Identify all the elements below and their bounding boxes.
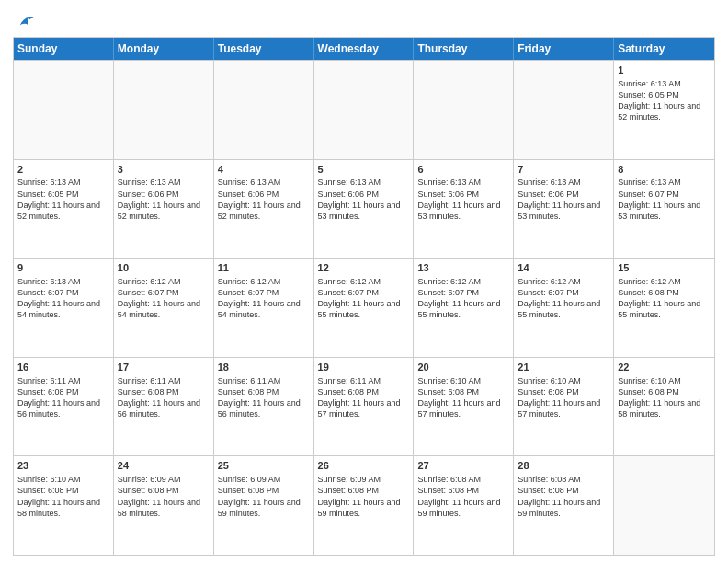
calendar-cell: 5Sunrise: 6:13 AM Sunset: 6:06 PM Daylig… [314, 160, 415, 259]
cell-info: Sunrise: 6:12 AM Sunset: 6:07 PM Dayligh… [218, 276, 310, 321]
calendar-cell: 24Sunrise: 6:09 AM Sunset: 6:08 PM Dayli… [114, 456, 214, 555]
day-number: 8 [618, 163, 711, 177]
calendar-cell: 20Sunrise: 6:10 AM Sunset: 6:08 PM Dayli… [414, 358, 514, 456]
cell-info: Sunrise: 6:10 AM Sunset: 6:08 PM Dayligh… [417, 375, 509, 420]
calendar-body: 1Sunrise: 6:13 AM Sunset: 6:05 PM Daylig… [14, 60, 714, 555]
cell-info: Sunrise: 6:13 AM Sunset: 6:06 PM Dayligh… [318, 177, 410, 222]
day-number: 28 [518, 459, 609, 473]
calendar-cell: 13Sunrise: 6:12 AM Sunset: 6:07 PM Dayli… [414, 259, 514, 357]
calendar-cell [214, 61, 314, 159]
cell-info: Sunrise: 6:12 AM Sunset: 6:08 PM Dayligh… [618, 276, 711, 321]
day-number: 3 [118, 163, 210, 177]
cell-info: Sunrise: 6:11 AM Sunset: 6:08 PM Dayligh… [218, 375, 310, 420]
calendar-cell [614, 456, 714, 555]
calendar-header: SundayMondayTuesdayWednesdayThursdayFrid… [14, 38, 714, 60]
day-number: 6 [417, 163, 509, 177]
calendar-cell: 14Sunrise: 6:12 AM Sunset: 6:07 PM Dayli… [514, 259, 614, 357]
cell-info: Sunrise: 6:13 AM Sunset: 6:06 PM Dayligh… [218, 177, 310, 222]
calendar-cell: 18Sunrise: 6:11 AM Sunset: 6:08 PM Dayli… [214, 358, 314, 456]
day-number: 12 [318, 261, 410, 275]
cell-info: Sunrise: 6:13 AM Sunset: 6:06 PM Dayligh… [118, 177, 210, 222]
header-day-friday: Friday [514, 38, 614, 60]
header-day-wednesday: Wednesday [314, 38, 415, 60]
cell-info: Sunrise: 6:10 AM Sunset: 6:08 PM Dayligh… [618, 375, 711, 420]
header-day-monday: Monday [114, 38, 214, 60]
logo [13, 13, 35, 33]
day-number: 5 [318, 163, 410, 177]
day-number: 2 [17, 163, 109, 177]
day-number: 20 [417, 361, 509, 374]
day-number: 19 [318, 361, 410, 374]
day-number: 21 [518, 361, 609, 374]
calendar-cell: 27Sunrise: 6:08 AM Sunset: 6:08 PM Dayli… [414, 456, 514, 555]
day-number: 11 [218, 261, 310, 275]
day-number: 14 [518, 261, 609, 275]
day-number: 17 [118, 361, 210, 374]
cell-info: Sunrise: 6:13 AM Sunset: 6:06 PM Dayligh… [518, 177, 609, 222]
day-number: 1 [618, 63, 711, 77]
week-row-1: 1Sunrise: 6:13 AM Sunset: 6:05 PM Daylig… [14, 60, 714, 159]
day-number: 15 [618, 261, 711, 275]
day-number: 25 [218, 459, 310, 473]
day-number: 22 [618, 361, 711, 374]
cell-info: Sunrise: 6:11 AM Sunset: 6:08 PM Dayligh… [118, 375, 210, 420]
page: SundayMondayTuesdayWednesdayThursdayFrid… [0, 0, 728, 563]
day-number: 4 [218, 163, 310, 177]
week-row-4: 16Sunrise: 6:11 AM Sunset: 6:08 PM Dayli… [14, 357, 714, 456]
day-number: 26 [318, 459, 410, 473]
day-number: 7 [518, 163, 609, 177]
calendar-cell: 16Sunrise: 6:11 AM Sunset: 6:08 PM Dayli… [14, 358, 114, 456]
week-row-2: 2Sunrise: 6:13 AM Sunset: 6:05 PM Daylig… [14, 159, 714, 259]
cell-info: Sunrise: 6:13 AM Sunset: 6:07 PM Dayligh… [17, 276, 109, 321]
cell-info: Sunrise: 6:13 AM Sunset: 6:06 PM Dayligh… [417, 177, 509, 222]
week-row-3: 9Sunrise: 6:13 AM Sunset: 6:07 PM Daylig… [14, 258, 714, 357]
cell-info: Sunrise: 6:10 AM Sunset: 6:08 PM Dayligh… [518, 375, 609, 420]
header [13, 9, 715, 33]
calendar-cell [14, 61, 114, 159]
cell-info: Sunrise: 6:09 AM Sunset: 6:08 PM Dayligh… [118, 474, 210, 519]
calendar-cell [414, 61, 514, 159]
calendar-cell: 19Sunrise: 6:11 AM Sunset: 6:08 PM Dayli… [314, 358, 415, 456]
calendar-cell: 11Sunrise: 6:12 AM Sunset: 6:07 PM Dayli… [214, 259, 314, 357]
calendar-cell: 3Sunrise: 6:13 AM Sunset: 6:06 PM Daylig… [114, 160, 214, 259]
cell-info: Sunrise: 6:09 AM Sunset: 6:08 PM Dayligh… [218, 474, 310, 519]
calendar: SundayMondayTuesdayWednesdayThursdayFrid… [13, 37, 715, 556]
calendar-cell: 21Sunrise: 6:10 AM Sunset: 6:08 PM Dayli… [514, 358, 614, 456]
cell-info: Sunrise: 6:13 AM Sunset: 6:05 PM Dayligh… [17, 177, 109, 222]
logo-bird-icon [15, 13, 35, 33]
cell-info: Sunrise: 6:08 AM Sunset: 6:08 PM Dayligh… [417, 474, 509, 519]
calendar-cell: 28Sunrise: 6:08 AM Sunset: 6:08 PM Dayli… [514, 456, 614, 555]
cell-info: Sunrise: 6:13 AM Sunset: 6:07 PM Dayligh… [618, 177, 711, 222]
cell-info: Sunrise: 6:09 AM Sunset: 6:08 PM Dayligh… [318, 474, 410, 519]
header-day-thursday: Thursday [414, 38, 514, 60]
cell-info: Sunrise: 6:11 AM Sunset: 6:08 PM Dayligh… [17, 375, 109, 420]
calendar-cell: 2Sunrise: 6:13 AM Sunset: 6:05 PM Daylig… [14, 160, 114, 259]
day-number: 9 [17, 261, 109, 275]
day-number: 13 [417, 261, 509, 275]
calendar-cell: 8Sunrise: 6:13 AM Sunset: 6:07 PM Daylig… [614, 160, 714, 259]
cell-info: Sunrise: 6:12 AM Sunset: 6:07 PM Dayligh… [318, 276, 410, 321]
header-day-tuesday: Tuesday [214, 38, 314, 60]
header-day-sunday: Sunday [14, 38, 114, 60]
cell-info: Sunrise: 6:12 AM Sunset: 6:07 PM Dayligh… [417, 276, 509, 321]
day-number: 18 [218, 361, 310, 374]
day-number: 10 [118, 261, 210, 275]
cell-info: Sunrise: 6:08 AM Sunset: 6:08 PM Dayligh… [518, 474, 609, 519]
cell-info: Sunrise: 6:11 AM Sunset: 6:08 PM Dayligh… [318, 375, 410, 420]
calendar-cell: 25Sunrise: 6:09 AM Sunset: 6:08 PM Dayli… [214, 456, 314, 555]
cell-info: Sunrise: 6:10 AM Sunset: 6:08 PM Dayligh… [17, 474, 109, 519]
calendar-cell: 12Sunrise: 6:12 AM Sunset: 6:07 PM Dayli… [314, 259, 415, 357]
calendar-cell: 15Sunrise: 6:12 AM Sunset: 6:08 PM Dayli… [614, 259, 714, 357]
calendar-cell: 26Sunrise: 6:09 AM Sunset: 6:08 PM Dayli… [314, 456, 415, 555]
week-row-5: 23Sunrise: 6:10 AM Sunset: 6:08 PM Dayli… [14, 455, 714, 555]
calendar-cell: 22Sunrise: 6:10 AM Sunset: 6:08 PM Dayli… [614, 358, 714, 456]
cell-info: Sunrise: 6:12 AM Sunset: 6:07 PM Dayligh… [118, 276, 210, 321]
cell-info: Sunrise: 6:12 AM Sunset: 6:07 PM Dayligh… [518, 276, 609, 321]
calendar-cell [314, 61, 415, 159]
day-number: 16 [17, 361, 109, 374]
day-number: 27 [417, 459, 509, 473]
calendar-cell: 4Sunrise: 6:13 AM Sunset: 6:06 PM Daylig… [214, 160, 314, 259]
calendar-cell: 9Sunrise: 6:13 AM Sunset: 6:07 PM Daylig… [14, 259, 114, 357]
calendar-cell [514, 61, 614, 159]
calendar-cell: 23Sunrise: 6:10 AM Sunset: 6:08 PM Dayli… [14, 456, 114, 555]
